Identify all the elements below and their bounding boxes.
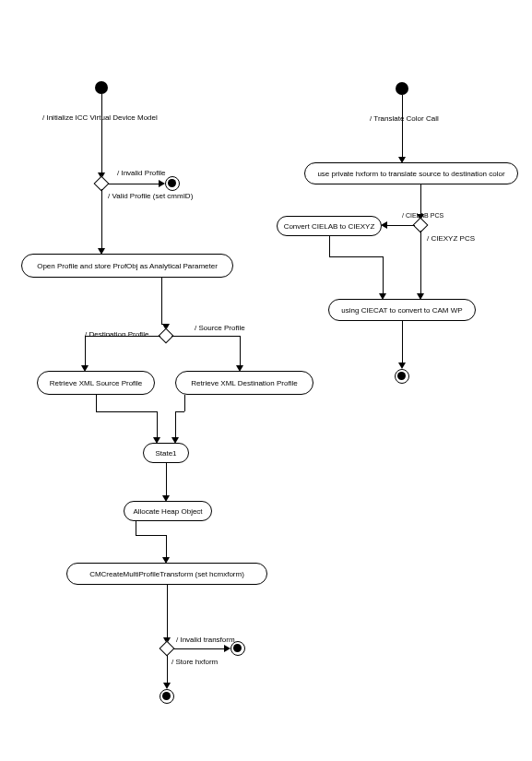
arrowhead [159,180,165,187]
right-final-end [395,369,409,384]
label-ciexyz-pcs: / CIEXYZ PCS [427,235,475,244]
edge [108,184,159,184]
edge [420,231,421,293]
edge [329,256,383,257]
edge [420,184,421,214]
node-text: State1 [155,449,176,458]
node-retrieve-source: Retrieve XML Source Profile [37,371,155,395]
node-use-private-hxform: use private hxform to translate source t… [304,162,518,184]
edge [171,336,240,337]
label-invalid-transform: / Invalid transform [176,636,235,645]
node-state1: State1 [143,443,189,463]
edge [96,395,97,411]
edge [157,411,158,437]
edge [184,395,185,411]
edge [383,256,384,293]
decision-transform-valid [160,641,175,657]
edge [387,225,415,226]
arrowhead [398,363,406,369]
right-start [396,82,408,95]
node-text: Retrieve XML Source Profile [50,379,143,387]
left-end-invalid-transform [231,641,245,656]
label-source-profile: / Source Profile [195,325,245,333]
edge [101,189,102,248]
edge [166,463,167,495]
arrowhead [224,645,231,652]
edge [85,336,86,365]
activity-diagram: { "left": { "labels": { "init": "/ Initi… [0,0,532,761]
label-init: / Initialize ICC Virtual Device Model [42,114,158,123]
edge [167,585,168,637]
arrowhead [163,683,171,689]
edge [402,321,403,363]
edge [85,336,160,337]
node-cmcreate: CMCreateMultiProfileTransform (set hcmxf… [66,563,267,585]
label-translate-call: / Translate Color Call [370,115,439,124]
node-text: Convert CIELAB to CIEXYZ [284,222,375,231]
node-using-ciecat: using CIECAT to convert to CAM WP [328,299,476,321]
edge [173,648,224,649]
edge [136,535,166,536]
node-text: Open Profile and store ProfObj as Analyt… [37,262,218,270]
left-end-invalid-profile [165,176,180,191]
node-text: Retrieve XML Destination Profile [191,379,297,387]
label-cielab-pcs: / CIELAB PCS [402,212,443,220]
edge [402,95,403,157]
node-text: using CIECAT to convert to CAM WP [341,306,462,315]
edge [136,521,136,535]
label-valid-profile: / Valid Profile (set cmmID) [108,193,193,201]
node-convert-cielab: Convert CIELAB to CIEXYZ [277,216,382,236]
node-text: Allocate Heap Object [133,507,202,516]
edge [96,411,157,412]
edge [167,655,168,683]
edge [175,411,176,437]
node-allocate-heap: Allocate Heap Object [124,501,212,521]
node-retrieve-destination: Retrieve XML Destination Profile [175,371,313,395]
node-open-profile: Open Profile and store ProfObj as Analyt… [21,254,233,278]
edge [329,236,330,256]
node-text: CMCreateMultiProfileTransform (set hcmxf… [89,570,244,578]
edge [101,94,102,172]
edge [166,535,167,557]
edge [240,336,241,365]
label-store-hxform: / Store hxform [171,659,218,667]
edge [161,278,162,324]
left-final-end [160,689,174,704]
node-text: use private hxform to translate source t… [317,170,504,178]
left-start [95,81,108,94]
label-invalid-profile: / Invalid Profile [117,170,165,178]
arrowhead [381,221,387,229]
edge [175,411,184,412]
